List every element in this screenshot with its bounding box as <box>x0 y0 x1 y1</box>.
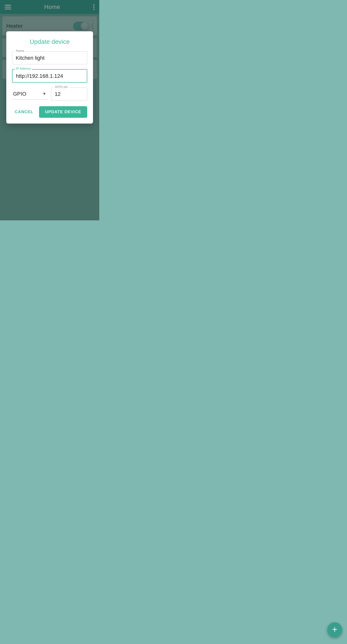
ip-label: IP Address <box>15 67 32 70</box>
dialog-buttons: CANCEL UPDATE DEVICE <box>12 106 87 118</box>
gpio-pin-wrapper: GPIO pin <box>51 88 87 100</box>
dialog-title: Update device <box>12 38 87 46</box>
name-label: Name <box>15 49 25 52</box>
name-input[interactable] <box>12 51 87 64</box>
gpio-select[interactable]: GPIO GPIO2 GPIO3 <box>12 88 48 100</box>
gpio-row: GPIO GPIO2 GPIO3 ▼ GPIO pin <box>12 88 87 100</box>
ip-input[interactable] <box>12 69 87 82</box>
ip-field-wrapper: IP Address <box>12 69 87 82</box>
gpio-select-wrapper: GPIO GPIO2 GPIO3 ▼ <box>12 88 48 100</box>
dialog-overlay: Update device Name IP Address GPIO GPIO2… <box>0 0 99 220</box>
gpio-pin-label: GPIO pin <box>54 85 69 89</box>
update-device-button[interactable]: UPDATE DEVICE <box>39 106 87 118</box>
gpio-pin-input[interactable] <box>51 88 87 100</box>
name-field-wrapper: Name <box>12 51 87 64</box>
update-device-dialog: Update device Name IP Address GPIO GPIO2… <box>6 31 93 124</box>
cancel-button[interactable]: CANCEL <box>12 106 36 118</box>
